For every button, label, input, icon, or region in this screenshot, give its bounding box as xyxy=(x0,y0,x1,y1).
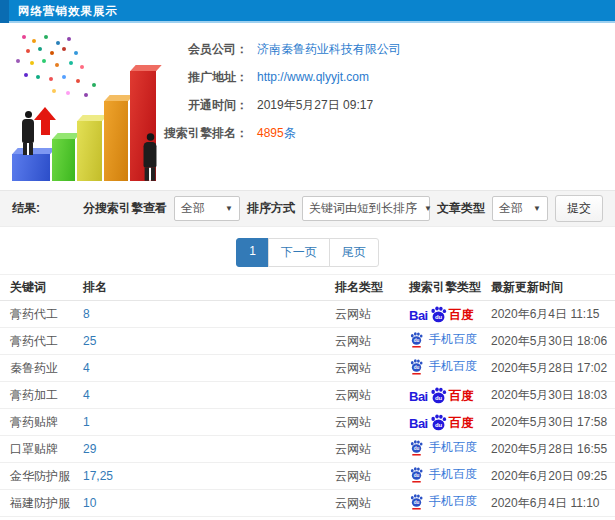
rank-type-cell xyxy=(335,517,409,520)
filter-bar: 结果: 分搜索引擎查看 全部 ▼ 排序方式 关键词由短到长排序 ▼ 文章类型 全… xyxy=(0,190,615,227)
update-time-cell: 2020年5月30日 17:58 xyxy=(491,409,615,436)
mobile-baidu-label: 手机百度 xyxy=(429,466,477,483)
update-time-cell: 2020年5月28日 16:55 xyxy=(491,436,615,463)
svg-text:du: du xyxy=(414,473,420,478)
chevron-down-icon: ▼ xyxy=(225,204,233,213)
rank-type-cell: 云网站 xyxy=(335,355,409,382)
baidu-logo-bai-text: Bai xyxy=(409,309,428,322)
baidu-logo[interactable]: Bai du 百度 xyxy=(409,414,474,430)
rank-link[interactable]: 8 xyxy=(83,307,90,321)
engine-cell: Bai du 百度 du xyxy=(409,301,491,328)
update-time-cell: 2020年6月4日 11:10 xyxy=(491,490,615,517)
mobile-baidu-paw-icon: du xyxy=(409,467,424,483)
title-bar: 网络营销效果展示 xyxy=(0,0,615,23)
svg-text:du: du xyxy=(414,500,420,505)
pagination-current-page[interactable]: 1 xyxy=(236,238,269,267)
confetti-decoration xyxy=(22,35,26,39)
mobile-baidu-paw-icon: du xyxy=(409,440,424,456)
table-row: 金华防护服 17,25 云网站 Bai du 百度 xyxy=(0,463,615,490)
mobile-baidu-paw-icon: du xyxy=(409,494,424,510)
page-title: 网络营销效果展示 xyxy=(18,0,118,23)
mobile-baidu-link[interactable]: du 手机百度 xyxy=(409,358,477,375)
filter-controls: 分搜索引擎查看 全部 ▼ 排序方式 关键词由短到长排序 ▼ 文章类型 全部 ▼ … xyxy=(83,195,603,222)
account-info: 会员公司： 济南秦鲁药业科技有限公司 推广地址： http://www.qlyy… xyxy=(158,35,598,147)
mobile-baidu-label: 手机百度 xyxy=(429,493,477,510)
baidu-logo-bai-text: Bai xyxy=(409,390,428,403)
rank-count-unit: 条 xyxy=(284,125,296,142)
table-header-row: 关键词 排名 排名类型 搜索引擎类型 最新更新时间 xyxy=(0,275,615,301)
summary-section: 会员公司： 济南秦鲁药业科技有限公司 推广地址： http://www.qlyy… xyxy=(0,23,615,190)
keyword-cell: 膏药加工 xyxy=(0,382,83,409)
businessman-figure-left xyxy=(20,111,36,155)
mobile-baidu-label: 手机百度 xyxy=(429,331,477,348)
rank-link[interactable]: 4 xyxy=(83,388,90,402)
pagination-last-button[interactable]: 尾页 xyxy=(329,238,379,267)
svg-text:du: du xyxy=(414,338,420,343)
pagination: 1 下一页 尾页 xyxy=(0,227,615,274)
chart-bar-blue xyxy=(12,154,50,181)
col-header-rank-type: 排名类型 xyxy=(335,275,409,301)
rank-link[interactable]: 10 xyxy=(83,496,96,510)
update-time-cell: 2020年5月30日 18:06 xyxy=(491,328,615,355)
mobile-baidu-link[interactable]: du 手机百度 xyxy=(409,331,477,348)
rank-type-cell: 云网站 xyxy=(335,436,409,463)
engine-cell: Bai du 百度 du xyxy=(409,355,491,382)
mobile-baidu-paw-icon: du xyxy=(409,332,424,348)
col-header-engine: 搜索引擎类型 xyxy=(409,275,491,301)
col-header-updated: 最新更新时间 xyxy=(491,275,615,301)
engine-cell: Bai du 百度 du xyxy=(409,328,491,355)
promo-url-link[interactable]: http://www.qlyyjt.com xyxy=(257,70,369,84)
table-row: 福建防护服 10 云网站 Bai du 百度 xyxy=(0,490,615,517)
update-time-cell: 2020年5月28日 17:02 xyxy=(491,355,615,382)
submit-button[interactable]: 提交 xyxy=(555,195,603,222)
chevron-down-icon: ▼ xyxy=(424,204,432,213)
engine-cell: Bai du 百度 du xyxy=(409,436,491,463)
col-header-rank: 排名 xyxy=(83,275,335,301)
svg-text:du: du xyxy=(414,365,420,370)
svg-text:du: du xyxy=(414,446,420,451)
update-time-cell: 2020年5月30日 18:03 xyxy=(491,382,615,409)
baidu-paw-icon: du xyxy=(429,414,448,431)
rank-type-cell: 云网站 xyxy=(335,463,409,490)
rank-type-cell: 云网站 xyxy=(335,382,409,409)
keyword-cell: 膏药贴牌 xyxy=(0,409,83,436)
chart-bar-green xyxy=(52,139,75,181)
company-label: 会员公司： xyxy=(158,41,248,58)
rank-link[interactable]: 25 xyxy=(83,334,96,348)
mobile-baidu-link[interactable]: du 手机百度 xyxy=(409,439,477,456)
info-row-url: 推广地址： http://www.qlyyjt.com xyxy=(158,63,598,91)
engine-filter-select[interactable]: 全部 ▼ xyxy=(174,196,240,221)
open-time-label: 开通时间： xyxy=(158,97,248,114)
company-link[interactable]: 济南秦鲁药业科技有限公司 xyxy=(257,41,401,58)
chart-bar-yellow xyxy=(77,121,102,181)
sort-filter-label: 排序方式 xyxy=(247,200,295,217)
pagination-next-button[interactable]: 下一页 xyxy=(268,238,330,267)
chevron-down-icon: ▼ xyxy=(533,204,541,213)
sort-filter-select[interactable]: 关键词由短到长排序 ▼ xyxy=(302,196,430,221)
mobile-baidu-link[interactable]: du 手机百度 xyxy=(409,466,477,483)
update-time-cell xyxy=(491,517,615,520)
rank-link[interactable]: 4 xyxy=(83,361,90,375)
baidu-paw-icon: du xyxy=(429,306,448,323)
mobile-baidu-link[interactable]: du 手机百度 xyxy=(409,493,477,510)
update-time-cell: 2020年6月4日 11:15 xyxy=(491,301,615,328)
baidu-logo[interactable]: Bai du 百度 xyxy=(409,306,474,322)
rank-link[interactable]: 17,25 xyxy=(83,469,113,483)
type-filter-label: 文章类型 xyxy=(437,200,485,217)
table-row: 膏药代工 8 云网站 Bai du 百度 xyxy=(0,301,615,328)
rank-count-value: 4895 xyxy=(257,126,284,140)
update-time-cell: 2020年6月20日 09:25 xyxy=(491,463,615,490)
type-filter-select[interactable]: 全部 ▼ xyxy=(492,196,548,221)
mobile-baidu-paw-icon: du xyxy=(409,359,424,375)
baidu-logo[interactable]: Bai du 百度 xyxy=(409,387,474,403)
engine-cell: Bai du 百度 du xyxy=(409,463,491,490)
baidu-logo-bai-text: Bai xyxy=(409,417,428,430)
engine-cell: Bai du 百度 du xyxy=(409,490,491,517)
keyword-table: 关键词 排名 排名类型 搜索引擎类型 最新更新时间 膏药代工 8 云网站 Bai… xyxy=(0,274,615,520)
keyword-cell: 口罩贴牌 xyxy=(0,436,83,463)
up-arrow-icon xyxy=(34,107,56,135)
sort-filter-value: 关键词由短到长排序 xyxy=(309,200,417,217)
table-row: 膏药代工 25 云网站 Bai du 百度 xyxy=(0,328,615,355)
rank-link[interactable]: 1 xyxy=(83,415,90,429)
rank-link[interactable]: 29 xyxy=(83,442,96,456)
